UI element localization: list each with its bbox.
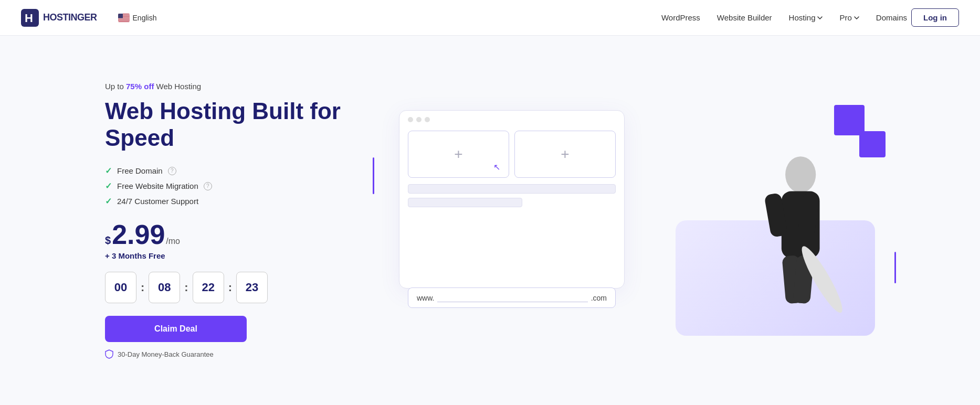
claim-deal-button[interactable]: Claim Deal [105, 316, 247, 342]
decorative-line-right [894, 252, 896, 283]
price-dollar: $ [105, 235, 111, 247]
language-selector[interactable]: English [118, 14, 157, 22]
language-label: English [133, 14, 157, 22]
countdown-timer: 00 : 08 : 22 : 23 [105, 272, 357, 303]
decorative-line-left [373, 157, 374, 194]
svg-rect-7 [118, 18, 130, 19]
check-icon: ✓ [105, 181, 112, 191]
builder-card-left: + ↖ [408, 131, 509, 178]
hero-title: Web Hosting Built for Speed [105, 98, 357, 151]
browser-dot [416, 117, 421, 122]
check-icon: ✓ [105, 196, 112, 206]
price-period: /mo [166, 237, 180, 246]
promo-percentage: 75% off [126, 82, 154, 91]
countdown-minutes: 08 [149, 272, 180, 303]
countdown-hours: 00 [105, 272, 136, 303]
logo-icon: H [21, 9, 39, 27]
info-icon[interactable]: ? [168, 167, 176, 175]
nav-item-wordpress[interactable]: WordPress [661, 13, 700, 23]
countdown-frames: 23 [236, 272, 268, 303]
browser-dot [408, 117, 413, 122]
countdown-sep: : [184, 281, 188, 294]
feature-support: ✓ 24/7 Customer Support [105, 196, 357, 206]
nav-item-website-builder[interactable]: Website Builder [717, 13, 772, 23]
countdown-sep: : [141, 281, 144, 294]
svg-rect-10 [118, 14, 123, 18]
hero-section: Up to 75% off Web Hosting Web Hosting Bu… [0, 36, 980, 405]
logo-text: HOSTINGER [43, 12, 97, 23]
nav-item-hosting[interactable]: Hosting [789, 13, 823, 22]
builder-grid: + ↖ + [408, 131, 616, 178]
check-icon: ✓ [105, 166, 112, 176]
countdown-seconds: 22 [193, 272, 224, 303]
navbar: H HOSTINGER English WordPress Website Bu… [0, 0, 980, 36]
svg-text:H: H [25, 12, 33, 25]
price-bonus: + 3 Months Free [105, 251, 357, 260]
domain-bar: www. .com [408, 287, 616, 308]
svg-point-11 [785, 156, 816, 193]
promo-tag: Up to 75% off Web Hosting [105, 82, 357, 91]
domain-line [437, 293, 587, 302]
countdown-sep: : [228, 281, 232, 294]
builder-bar-full [408, 184, 616, 194]
person-silhouette [739, 142, 844, 341]
price-amount: 2.99 [112, 221, 165, 248]
logo-link[interactable]: H HOSTINGER [21, 9, 97, 27]
cursor-icon: ↖ [493, 162, 500, 172]
browser-content: + ↖ + [399, 126, 624, 214]
features-list: ✓ Free Domain ? ✓ Free Website Migration… [105, 166, 357, 206]
feature-free-migration: ✓ Free Website Migration ? [105, 181, 357, 191]
hero-illustration: + ↖ + www. .com [357, 84, 896, 357]
browser-mockup: + ↖ + www. .com [399, 110, 625, 289]
price-display: $ 2.99 /mo [105, 221, 357, 248]
decorative-rect-1 [834, 105, 865, 135]
domain-www: www. [417, 294, 434, 302]
flag-icon [118, 14, 130, 22]
nav-item-pro[interactable]: Pro [839, 13, 859, 22]
nav-links: WordPress Website Builder Hosting Pro Do… [661, 13, 907, 23]
svg-rect-9 [118, 21, 130, 22]
hero-content: Up to 75% off Web Hosting Web Hosting Bu… [105, 82, 357, 359]
svg-rect-8 [118, 20, 130, 20]
decorative-rect-2 [859, 131, 886, 157]
login-button[interactable]: Log in [911, 8, 959, 27]
chevron-down-icon [817, 16, 823, 19]
shield-icon [105, 349, 113, 359]
chevron-down-icon [854, 16, 859, 19]
money-back-guarantee: 30-Day Money-Back Guarantee [105, 349, 357, 359]
browser-topbar [399, 111, 624, 126]
builder-bar-half [408, 198, 522, 207]
browser-dot [425, 117, 430, 122]
info-icon[interactable]: ? [204, 182, 212, 190]
nav-item-domains[interactable]: Domains [876, 13, 907, 23]
builder-card-right: + [514, 131, 616, 178]
domain-com: .com [591, 294, 607, 302]
feature-free-domain: ✓ Free Domain ? [105, 166, 357, 176]
